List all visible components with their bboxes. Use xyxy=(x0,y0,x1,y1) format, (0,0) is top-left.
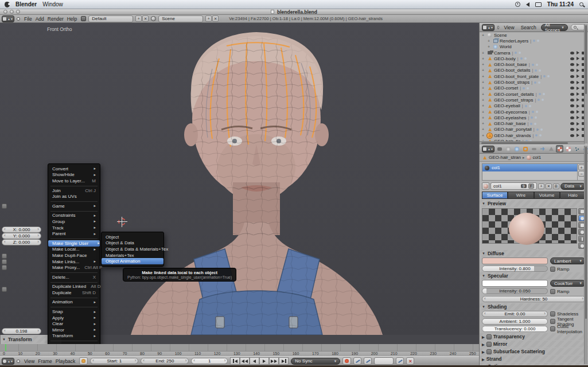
outliner-row[interactable]: + World xyxy=(485,44,588,50)
play-button[interactable] xyxy=(259,357,269,365)
datablock-name[interactable]: Camera xyxy=(494,50,510,56)
specular-ramp-checkbox[interactable] xyxy=(550,289,555,294)
visibility-icon[interactable] xyxy=(570,134,574,137)
expand-icon[interactable]: + xyxy=(482,122,485,126)
translucency-slider[interactable]: Translucency: 0.000 xyxy=(482,326,548,332)
submenu-item[interactable]: Object & Data xyxy=(102,240,163,247)
collapsed-panel-header[interactable]: Transparency xyxy=(480,333,588,340)
selectability-icon[interactable] xyxy=(577,87,579,90)
outliner-search-menu[interactable]: Search xyxy=(519,25,538,30)
scene-field[interactable]: Scene xyxy=(158,15,203,22)
outliner-row[interactable]: + GEO-eyelashes xyxy=(480,115,588,120)
outliner-row[interactable]: + GEO-corset_details xyxy=(480,91,588,97)
datablock-name[interactable]: GEO-hair_strands xyxy=(494,133,531,138)
play-reverse-button[interactable] xyxy=(250,357,259,365)
proportional-size-field[interactable]: 0.198 xyxy=(2,328,41,334)
visibility-icon[interactable] xyxy=(570,52,574,54)
outliner-row[interactable]: + GEO-boot_straps xyxy=(480,79,588,85)
delete-scene-button[interactable]: ✕ xyxy=(212,15,219,22)
outliner-row[interactable]: + GEO-body xyxy=(480,56,588,61)
selectability-icon[interactable] xyxy=(577,81,579,84)
current-frame-field[interactable]: 1 xyxy=(191,358,228,364)
jump-prev-keyframe-button[interactable] xyxy=(240,357,250,365)
collapse-menus-icon[interactable] xyxy=(17,17,20,21)
panel-enable-checkbox[interactable] xyxy=(486,342,492,347)
delete-layout-button[interactable]: ✕ xyxy=(142,15,149,22)
vector-field[interactable]: X: 0.000 xyxy=(2,227,41,233)
menu-item[interactable]: Make Dupli-Face ▸ xyxy=(48,252,100,259)
outliner-row[interactable]: + RenderLayers xyxy=(485,38,588,44)
window-menu[interactable]: Window xyxy=(42,1,63,7)
active-keying-set-field[interactable] xyxy=(374,357,394,365)
collapsed-panel-header[interactable]: Mirror xyxy=(480,341,588,348)
expand-icon[interactable]: + xyxy=(482,63,485,67)
nodes-button[interactable]: ⊞ xyxy=(553,184,559,189)
menu-item[interactable]: Make Single User ▸ xyxy=(48,240,100,247)
submenu-item[interactable]: Object Animation xyxy=(102,258,163,264)
selectability-icon[interactable] xyxy=(577,128,579,131)
specular-panel-title[interactable]: Specular xyxy=(480,272,588,279)
expand-icon[interactable]: + xyxy=(482,127,485,131)
material-name-field[interactable]: col1 9 F xyxy=(490,182,537,190)
selectability-icon[interactable] xyxy=(577,92,579,96)
mirror-editing-checkbox[interactable] xyxy=(2,287,7,292)
menu-item[interactable]: Transform ▸ xyxy=(48,333,100,339)
outliner-row[interactable]: + Scene xyxy=(480,32,588,38)
menu-item[interactable]: Parent ▸ xyxy=(48,231,100,237)
spotlight-icon[interactable] xyxy=(579,2,583,6)
specular-intensity-slider[interactable]: Intensity: 0.050 xyxy=(482,288,548,294)
use-sketching-checkbox[interactable] xyxy=(2,204,7,209)
timeline-menu-item[interactable]: Frame xyxy=(36,358,54,364)
keying-set-button-2[interactable] xyxy=(364,357,372,365)
visibility-icon[interactable] xyxy=(570,57,574,60)
material-type-button[interactable]: Volume xyxy=(534,192,560,199)
specular-shader-dropdown[interactable]: CookTorr xyxy=(550,280,586,287)
timeline-menu-item[interactable]: Playback xyxy=(54,358,77,364)
expand-icon[interactable]: + xyxy=(482,68,485,72)
menu-item[interactable]: Show/Hide ▸ xyxy=(48,172,100,178)
shading-checkbox[interactable] xyxy=(550,311,555,317)
particles-tab-icon[interactable] xyxy=(573,145,581,153)
jump-to-end-button[interactable] xyxy=(279,357,289,365)
expand-icon[interactable]: + xyxy=(482,80,485,84)
menubar-clock[interactable]: Thu 11:24 xyxy=(547,1,574,7)
outliner-row[interactable]: + GEO-boot_details xyxy=(480,68,588,73)
info-menu-item[interactable]: File xyxy=(22,16,34,22)
outliner-row[interactable]: + GEO-boot_base xyxy=(480,61,588,67)
outliner-row[interactable]: + GEO-corset xyxy=(480,85,588,91)
browse-material-button[interactable] xyxy=(482,182,489,190)
menu-item[interactable]: Join as UVs ▸ xyxy=(48,193,100,200)
add-scene-button[interactable]: + xyxy=(205,15,212,22)
close-button[interactable] xyxy=(3,10,7,14)
delete-keyframe-button[interactable]: × xyxy=(406,357,414,365)
visibility-icon[interactable] xyxy=(570,116,574,119)
breadcrumb-object[interactable]: GEO-hair_stran xyxy=(489,155,521,160)
expand-icon[interactable]: + xyxy=(482,51,485,55)
submenu-item[interactable]: Materials+Tex xyxy=(102,252,163,259)
outliner-display-dropdown[interactable]: All Scenes xyxy=(541,24,568,31)
screen-layout-field[interactable]: Default xyxy=(88,15,133,22)
outliner-row[interactable]: + GEO-hair_base xyxy=(480,120,588,126)
menu-item[interactable]: Join Ctrl J ▸ xyxy=(48,188,100,194)
outliner-row[interactable]: + GEO-hair_strands xyxy=(480,132,588,138)
datablock-name[interactable]: GEO-corset_details xyxy=(494,92,534,97)
submenu-item[interactable]: Object xyxy=(102,234,163,240)
minimize-button[interactable] xyxy=(10,10,14,14)
outliner-row[interactable]: + GEO-eyeball xyxy=(480,103,588,109)
visibility-icon[interactable] xyxy=(570,81,574,84)
display-icon[interactable] xyxy=(535,2,542,7)
constraints-tab-icon[interactable] xyxy=(530,145,538,153)
datablock-name[interactable]: GEO-boot_front_plate xyxy=(494,74,539,79)
shading-checkbox[interactable] xyxy=(550,319,555,324)
menu-item[interactable]: Make Proxy... Ctrl Alt P ▸ xyxy=(48,264,100,271)
material-type-button[interactable]: Surface xyxy=(482,192,508,199)
panel-enable-checkbox[interactable] xyxy=(486,349,492,354)
scene-tab-icon[interactable] xyxy=(504,145,512,153)
zoom-button[interactable] xyxy=(16,10,20,14)
expand-icon[interactable]: + xyxy=(482,92,485,96)
volume-icon[interactable] xyxy=(526,2,529,7)
submenu-item[interactable]: Object & Data & Materials+Tex xyxy=(102,246,163,252)
expand-icon[interactable]: + xyxy=(488,39,491,43)
insert-keyframe-button[interactable] xyxy=(396,357,404,365)
add-layout-button[interactable]: + xyxy=(135,15,142,22)
